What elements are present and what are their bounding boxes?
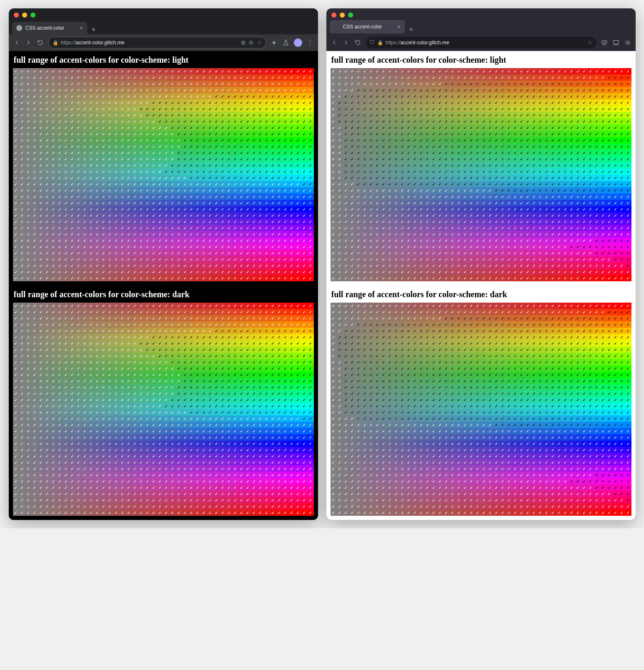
accent-swatch[interactable]: ✓ bbox=[368, 99, 374, 106]
accent-swatch[interactable]: ✓ bbox=[107, 118, 113, 125]
accent-swatch[interactable]: ✓ bbox=[220, 275, 226, 281]
accent-swatch[interactable]: ✓ bbox=[308, 403, 314, 409]
accent-swatch[interactable]: ✓ bbox=[170, 106, 176, 112]
accent-swatch[interactable]: ✓ bbox=[283, 150, 289, 156]
accent-swatch[interactable]: ✓ bbox=[537, 466, 544, 472]
accent-swatch[interactable]: ✓ bbox=[245, 262, 251, 269]
accent-swatch[interactable]: ✓ bbox=[239, 168, 245, 175]
accent-swatch[interactable]: ✓ bbox=[613, 441, 619, 447]
accent-swatch[interactable]: ✓ bbox=[569, 256, 575, 262]
accent-swatch[interactable]: ✓ bbox=[251, 384, 257, 390]
accent-swatch[interactable]: ✓ bbox=[239, 250, 245, 256]
accent-swatch[interactable]: ✓ bbox=[25, 434, 32, 441]
accent-swatch[interactable]: ✓ bbox=[512, 143, 519, 150]
accent-swatch[interactable]: ✓ bbox=[625, 74, 631, 81]
accent-swatch[interactable]: ✓ bbox=[113, 359, 120, 365]
accent-swatch[interactable]: ✓ bbox=[245, 365, 251, 372]
accent-swatch[interactable]: ✓ bbox=[308, 219, 314, 225]
accent-swatch[interactable]: ✓ bbox=[257, 187, 264, 194]
accent-swatch[interactable]: ✓ bbox=[283, 497, 289, 503]
accent-swatch[interactable]: ✓ bbox=[393, 237, 400, 244]
accent-swatch[interactable]: ✓ bbox=[412, 256, 418, 262]
accent-swatch[interactable]: ✓ bbox=[481, 99, 487, 106]
accent-swatch[interactable]: ✓ bbox=[381, 156, 387, 162]
accent-swatch[interactable]: ✓ bbox=[368, 365, 374, 372]
accent-swatch[interactable]: ✓ bbox=[506, 309, 512, 315]
accent-swatch[interactable]: ✓ bbox=[512, 422, 519, 428]
accent-swatch[interactable]: ✓ bbox=[412, 459, 418, 466]
accent-swatch[interactable]: ✓ bbox=[412, 206, 418, 212]
accent-swatch[interactable]: ✓ bbox=[600, 250, 606, 256]
accent-swatch[interactable]: ✓ bbox=[195, 162, 201, 168]
accent-swatch[interactable]: ✓ bbox=[201, 372, 207, 378]
accent-swatch[interactable]: ✓ bbox=[356, 303, 362, 309]
accent-swatch[interactable]: ✓ bbox=[600, 219, 606, 225]
accent-swatch[interactable]: ✓ bbox=[456, 453, 462, 459]
accent-swatch[interactable]: ✓ bbox=[13, 168, 19, 175]
accent-swatch[interactable]: ✓ bbox=[44, 359, 51, 365]
accent-swatch[interactable]: ✓ bbox=[462, 175, 468, 181]
accent-swatch[interactable]: ✓ bbox=[456, 422, 462, 428]
accent-swatch[interactable]: ✓ bbox=[613, 244, 619, 250]
accent-swatch[interactable]: ✓ bbox=[575, 472, 581, 478]
accent-swatch[interactable]: ✓ bbox=[581, 321, 588, 328]
accent-swatch[interactable]: ✓ bbox=[437, 194, 443, 200]
accent-swatch[interactable]: ✓ bbox=[418, 93, 425, 99]
accent-swatch[interactable]: ✓ bbox=[51, 346, 57, 353]
accent-swatch[interactable]: ✓ bbox=[63, 269, 69, 275]
accent-swatch[interactable]: ✓ bbox=[289, 118, 295, 125]
accent-swatch[interactable]: ✓ bbox=[220, 150, 226, 156]
accent-swatch[interactable]: ✓ bbox=[94, 510, 101, 516]
accent-swatch[interactable]: ✓ bbox=[531, 372, 537, 378]
accent-swatch[interactable]: ✓ bbox=[239, 74, 245, 81]
accent-swatch[interactable]: ✓ bbox=[606, 309, 613, 315]
accent-swatch[interactable]: ✓ bbox=[487, 384, 494, 390]
accent-swatch[interactable]: ✓ bbox=[362, 403, 368, 409]
accent-swatch[interactable]: ✓ bbox=[120, 315, 126, 321]
accent-swatch[interactable]: ✓ bbox=[475, 365, 481, 372]
accent-swatch[interactable]: ✓ bbox=[443, 466, 450, 472]
accent-swatch[interactable]: ✓ bbox=[245, 256, 251, 262]
accent-swatch[interactable]: ✓ bbox=[188, 472, 195, 478]
accent-swatch[interactable]: ✓ bbox=[531, 112, 537, 118]
accent-swatch[interactable]: ✓ bbox=[481, 93, 487, 99]
accent-swatch[interactable]: ✓ bbox=[512, 237, 519, 244]
accent-swatch[interactable]: ✓ bbox=[132, 93, 138, 99]
accent-swatch[interactable]: ✓ bbox=[289, 181, 295, 187]
accent-swatch[interactable]: ✓ bbox=[456, 415, 462, 422]
accent-swatch[interactable]: ✓ bbox=[437, 118, 443, 125]
accent-swatch[interactable]: ✓ bbox=[406, 372, 412, 378]
accent-swatch[interactable]: ✓ bbox=[151, 346, 157, 353]
accent-swatch[interactable]: ✓ bbox=[107, 397, 113, 403]
accent-swatch[interactable]: ✓ bbox=[362, 206, 368, 212]
accent-swatch[interactable]: ✓ bbox=[406, 212, 412, 219]
accent-swatch[interactable]: ✓ bbox=[337, 491, 343, 497]
accent-swatch[interactable]: ✓ bbox=[525, 397, 531, 403]
accent-swatch[interactable]: ✓ bbox=[308, 168, 314, 175]
accent-swatch[interactable]: ✓ bbox=[63, 187, 69, 194]
accent-swatch[interactable]: ✓ bbox=[368, 181, 374, 187]
accent-swatch[interactable]: ✓ bbox=[537, 81, 544, 87]
accent-swatch[interactable]: ✓ bbox=[76, 162, 82, 168]
accent-swatch[interactable]: ✓ bbox=[563, 491, 569, 497]
accent-swatch[interactable]: ✓ bbox=[437, 74, 443, 81]
accent-swatch[interactable]: ✓ bbox=[132, 187, 138, 194]
accent-swatch[interactable]: ✓ bbox=[44, 447, 51, 453]
accent-swatch[interactable]: ✓ bbox=[76, 459, 82, 466]
accent-swatch[interactable]: ✓ bbox=[512, 131, 519, 137]
accent-swatch[interactable]: ✓ bbox=[264, 168, 270, 175]
accent-swatch[interactable]: ✓ bbox=[308, 428, 314, 434]
accent-swatch[interactable]: ✓ bbox=[425, 309, 431, 315]
accent-swatch[interactable]: ✓ bbox=[63, 497, 69, 503]
accent-swatch[interactable]: ✓ bbox=[176, 162, 182, 168]
accent-swatch[interactable]: ✓ bbox=[563, 315, 569, 321]
accent-swatch[interactable]: ✓ bbox=[337, 466, 343, 472]
accent-swatch[interactable]: ✓ bbox=[69, 118, 76, 125]
accent-swatch[interactable]: ✓ bbox=[188, 118, 195, 125]
accent-swatch[interactable]: ✓ bbox=[94, 256, 101, 262]
accent-swatch[interactable]: ✓ bbox=[107, 309, 113, 315]
accent-swatch[interactable]: ✓ bbox=[38, 168, 44, 175]
accent-swatch[interactable]: ✓ bbox=[113, 397, 120, 403]
accent-swatch[interactable]: ✓ bbox=[120, 187, 126, 194]
accent-swatch[interactable]: ✓ bbox=[356, 334, 362, 340]
